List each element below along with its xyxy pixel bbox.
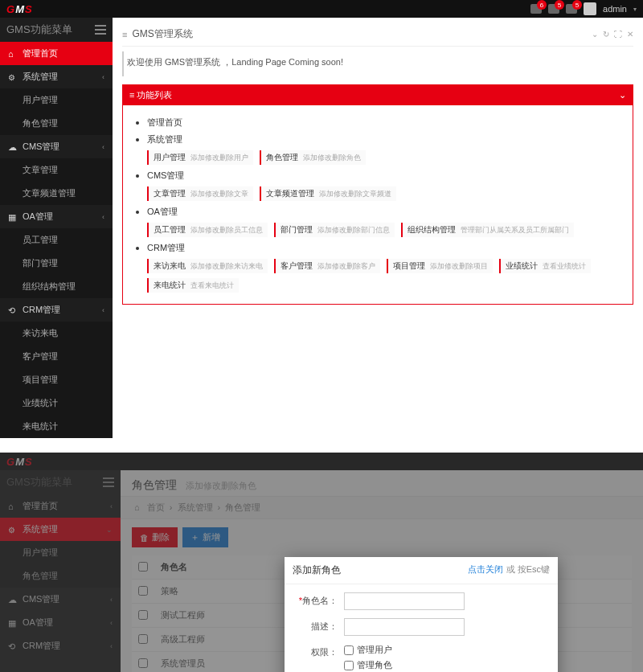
logo: GMS [6, 3, 33, 15]
sidebar-subitem-业绩统计[interactable]: 业绩统计 [0, 391, 113, 415]
sidebar-subitem-来访来电[interactable]: 来访来电 [0, 322, 113, 345]
page-title: GMS管理系统 [132, 27, 192, 41]
sidebar-item-管理首页[interactable]: 管理首页 [0, 42, 113, 65]
function-item-角色管理[interactable]: 角色管理添加修改删除角色 [260, 150, 366, 165]
tool-fullscreen-icon[interactable]: ⛶ [614, 30, 622, 39]
notification-badge-2[interactable]: 5 [548, 4, 559, 14]
chevron-icon: ‹ [102, 306, 104, 314]
tool-close-icon[interactable]: ✕ [627, 30, 633, 39]
gear-icon [8, 72, 18, 82]
function-item-用户管理[interactable]: 用户管理添加修改删除用户 [147, 150, 253, 165]
perm-label: 管理用户 [357, 644, 392, 656]
function-item-组织结构管理[interactable]: 组织结构管理管理部门从属关系及员工所属部门 [401, 223, 574, 237]
menu-toggle-icon[interactable] [95, 25, 106, 35]
sidebar-item-OA管理[interactable]: OA管理‹ [0, 205, 113, 228]
function-item-来电统计[interactable]: 来电统计查看来电统计 [147, 278, 239, 293]
sidebar-item-label: 系统管理 [23, 71, 58, 83]
function-desc: 添加修改删除部门信息 [317, 225, 390, 236]
modal-close-hint: 或 按Esc键 [506, 564, 550, 574]
function-name: 文章频道管理 [266, 188, 314, 199]
function-desc: 添加修改删除员工信息 [190, 225, 263, 236]
function-name: 部门管理 [281, 224, 313, 236]
sidebar-item-CMS管理[interactable]: CMS管理‹ [0, 135, 113, 158]
sidebar: GMS功能菜单 管理首页系统管理‹用户管理角色管理CMS管理‹文章管理文章频道管… [0, 18, 113, 438]
function-desc: 添加修改删除文章频道 [319, 189, 391, 199]
chevron-down-icon[interactable]: ▾ [633, 6, 637, 13]
tool-collapse-icon[interactable]: ⌄ [592, 30, 598, 39]
perm-checkbox[interactable] [344, 645, 354, 655]
perm-item[interactable]: 管理用户 [344, 644, 548, 656]
category-label: CRM管理 [147, 243, 185, 252]
category-label: 管理首页 [147, 117, 182, 127]
function-name: 来电统计 [154, 280, 186, 291]
sidebar-item-label: CMS管理 [23, 141, 59, 153]
function-desc: 管理部门从属关系及员工所属部门 [461, 225, 569, 236]
function-name: 来访来电 [154, 260, 186, 272]
sidebar-subitem-文章管理[interactable]: 文章管理 [0, 158, 113, 182]
role-desc-input[interactable] [344, 618, 465, 636]
cloud-icon [8, 142, 18, 152]
label-role-name: 角色名： [302, 596, 338, 605]
menu-icon[interactable]: ≡ [122, 30, 127, 39]
chevron-icon: ‹ [102, 213, 104, 221]
sidebar-title: GMS功能菜单 [6, 23, 72, 37]
panel-title: 功能列表 [137, 90, 172, 100]
function-item-员工管理[interactable]: 员工管理添加修改删除员工信息 [147, 223, 268, 237]
function-panel: ≡ 功能列表 ⌄ 管理首页系统管理用户管理添加修改删除用户角色管理添加修改删除角… [122, 84, 633, 305]
function-name: 角色管理 [266, 152, 298, 163]
sidebar-subitem-部门管理[interactable]: 部门管理 [0, 252, 113, 275]
function-desc: 添加修改删除来访来电 [190, 261, 263, 272]
sidebar-item-CRM管理[interactable]: CRM管理‹ [0, 298, 113, 322]
sidebar-subitem-文章频道管理[interactable]: 文章频道管理 [0, 182, 113, 205]
chevron-icon: ‹ [102, 143, 104, 151]
function-item-文章频道管理[interactable]: 文章频道管理添加修改删除文章频道 [260, 186, 396, 201]
function-desc: 查看来电统计 [190, 281, 234, 291]
home-icon [8, 49, 18, 59]
function-item-来访来电[interactable]: 来访来电添加修改删除来访来电 [147, 259, 268, 273]
avatar[interactable] [584, 2, 596, 15]
topbar: GMS 6 5 5 admin ▾ [0, 0, 643, 18]
function-item-项目管理[interactable]: 项目管理添加修改删除项目 [387, 259, 493, 273]
sidebar-subitem-用户管理[interactable]: 用户管理 [0, 88, 113, 112]
category-label: 系统管理 [147, 134, 182, 144]
welcome-text: 欢迎使用 GMS管理系统 ，Landing Page Coming soon! [122, 51, 633, 76]
tool-refresh-icon[interactable]: ↻ [603, 30, 609, 39]
sidebar-subitem-员工管理[interactable]: 员工管理 [0, 228, 113, 252]
function-name: 项目管理 [393, 260, 425, 272]
notification-badge-3[interactable]: 5 [566, 4, 577, 14]
sidebar-subitem-组织结构管理[interactable]: 组织结构管理 [0, 275, 113, 298]
function-name: 客户管理 [281, 260, 313, 272]
sidebar-subitem-客户管理[interactable]: 客户管理 [0, 345, 113, 368]
function-item-业绩统计[interactable]: 业绩统计查看业绩统计 [499, 259, 591, 273]
sidebar-subitem-来电统计[interactable]: 来电统计 [0, 415, 113, 438]
label-desc: 描述： [294, 618, 344, 633]
notification-badge-1[interactable]: 6 [530, 4, 542, 14]
modal-close-link[interactable]: 点击关闭 [468, 564, 503, 574]
function-desc: 查看业绩统计 [543, 261, 586, 272]
function-item-文章管理[interactable]: 文章管理添加修改删除文章 [147, 186, 253, 201]
function-item-客户管理[interactable]: 客户管理添加修改删除客户 [274, 259, 380, 273]
function-name: 文章管理 [154, 188, 186, 199]
function-name: 员工管理 [154, 224, 186, 236]
category-label: CMS管理 [147, 170, 184, 180]
function-item-部门管理[interactable]: 部门管理添加修改删除部门信息 [274, 223, 395, 237]
panel-collapse-icon[interactable]: ⌄ [619, 90, 626, 100]
user-name[interactable]: admin [603, 4, 627, 14]
sidebar-subitem-项目管理[interactable]: 项目管理 [0, 368, 113, 391]
label-perm: 权限： [294, 644, 344, 658]
sidebar-item-系统管理[interactable]: 系统管理‹ [0, 65, 113, 88]
function-name: 业绩统计 [506, 260, 538, 272]
function-desc: 添加修改删除文章 [190, 189, 248, 199]
main-content: ≡ GMS管理系统 ⌄ ↻ ⛶ ✕ 欢迎使用 GMS管理系统 ，Landing … [113, 18, 643, 438]
sidebar-item-label: CRM管理 [23, 304, 60, 316]
perm-item[interactable]: 管理角色 [344, 659, 548, 671]
function-desc: 添加修改删除用户 [190, 153, 248, 163]
chart-icon [8, 212, 18, 222]
modal-title: 添加新角色 [293, 563, 341, 577]
role-name-input[interactable] [344, 592, 465, 610]
chevron-icon: ‹ [102, 73, 104, 81]
sidebar-item-label: 管理首页 [23, 47, 58, 59]
function-name: 用户管理 [154, 152, 186, 163]
sidebar-subitem-角色管理[interactable]: 角色管理 [0, 112, 113, 135]
perm-checkbox[interactable] [344, 661, 354, 670]
